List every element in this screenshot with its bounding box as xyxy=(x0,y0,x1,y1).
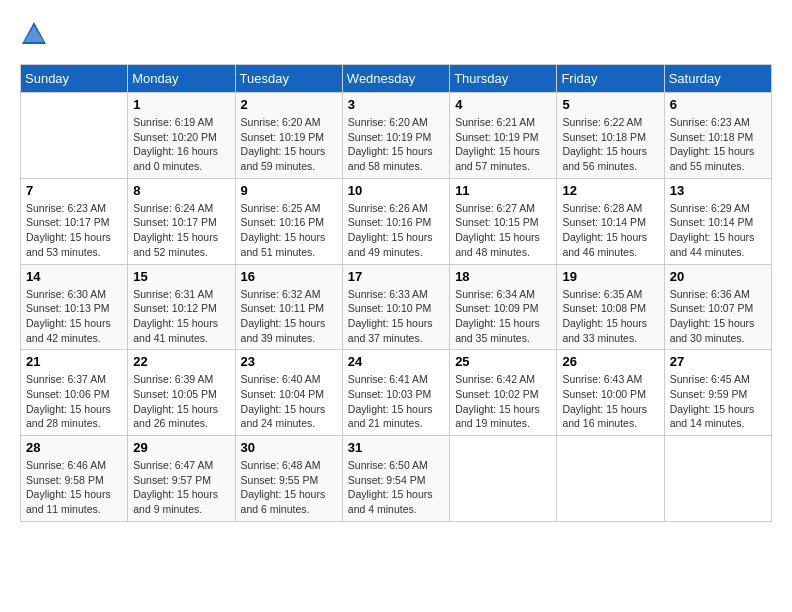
day-number: 10 xyxy=(348,183,444,198)
calendar-week-5: 28 Sunrise: 6:46 AMSunset: 9:58 PMDaylig… xyxy=(21,436,772,522)
calendar-cell: 11 Sunrise: 6:27 AMSunset: 10:15 PMDayli… xyxy=(450,178,557,264)
day-number: 5 xyxy=(562,97,658,112)
col-header-monday: Monday xyxy=(128,65,235,93)
day-number: 18 xyxy=(455,269,551,284)
page-header xyxy=(20,20,772,48)
day-info: Sunrise: 6:34 AMSunset: 10:09 PMDaylight… xyxy=(455,287,551,346)
calendar-week-1: 1 Sunrise: 6:19 AMSunset: 10:20 PMDaylig… xyxy=(21,93,772,179)
day-number: 24 xyxy=(348,354,444,369)
day-info: Sunrise: 6:27 AMSunset: 10:15 PMDaylight… xyxy=(455,201,551,260)
day-info: Sunrise: 6:33 AMSunset: 10:10 PMDaylight… xyxy=(348,287,444,346)
day-number: 14 xyxy=(26,269,122,284)
day-number: 6 xyxy=(670,97,766,112)
day-number: 22 xyxy=(133,354,229,369)
calendar-table: SundayMondayTuesdayWednesdayThursdayFrid… xyxy=(20,64,772,522)
calendar-cell: 23 Sunrise: 6:40 AMSunset: 10:04 PMDayli… xyxy=(235,350,342,436)
day-number: 7 xyxy=(26,183,122,198)
calendar-cell: 5 Sunrise: 6:22 AMSunset: 10:18 PMDaylig… xyxy=(557,93,664,179)
calendar-cell: 31 Sunrise: 6:50 AMSunset: 9:54 PMDaylig… xyxy=(342,436,449,522)
day-number: 15 xyxy=(133,269,229,284)
day-info: Sunrise: 6:24 AMSunset: 10:17 PMDaylight… xyxy=(133,201,229,260)
day-info: Sunrise: 6:47 AMSunset: 9:57 PMDaylight:… xyxy=(133,458,229,517)
calendar-cell: 2 Sunrise: 6:20 AMSunset: 10:19 PMDaylig… xyxy=(235,93,342,179)
day-number: 25 xyxy=(455,354,551,369)
calendar-cell: 4 Sunrise: 6:21 AMSunset: 10:19 PMDaylig… xyxy=(450,93,557,179)
day-info: Sunrise: 6:22 AMSunset: 10:18 PMDaylight… xyxy=(562,115,658,174)
day-number: 1 xyxy=(133,97,229,112)
day-number: 20 xyxy=(670,269,766,284)
col-header-friday: Friday xyxy=(557,65,664,93)
header-row: SundayMondayTuesdayWednesdayThursdayFrid… xyxy=(21,65,772,93)
calendar-cell xyxy=(450,436,557,522)
col-header-thursday: Thursday xyxy=(450,65,557,93)
day-info: Sunrise: 6:20 AMSunset: 10:19 PMDaylight… xyxy=(241,115,337,174)
day-info: Sunrise: 6:19 AMSunset: 10:20 PMDaylight… xyxy=(133,115,229,174)
day-info: Sunrise: 6:41 AMSunset: 10:03 PMDaylight… xyxy=(348,372,444,431)
svg-marker-1 xyxy=(24,26,44,42)
col-header-wednesday: Wednesday xyxy=(342,65,449,93)
calendar-cell: 1 Sunrise: 6:19 AMSunset: 10:20 PMDaylig… xyxy=(128,93,235,179)
day-number: 30 xyxy=(241,440,337,455)
calendar-cell: 13 Sunrise: 6:29 AMSunset: 10:14 PMDayli… xyxy=(664,178,771,264)
calendar-cell: 8 Sunrise: 6:24 AMSunset: 10:17 PMDaylig… xyxy=(128,178,235,264)
col-header-saturday: Saturday xyxy=(664,65,771,93)
day-number: 12 xyxy=(562,183,658,198)
calendar-cell xyxy=(21,93,128,179)
col-header-sunday: Sunday xyxy=(21,65,128,93)
calendar-cell: 3 Sunrise: 6:20 AMSunset: 10:19 PMDaylig… xyxy=(342,93,449,179)
day-number: 9 xyxy=(241,183,337,198)
day-info: Sunrise: 6:45 AMSunset: 9:59 PMDaylight:… xyxy=(670,372,766,431)
day-info: Sunrise: 6:31 AMSunset: 10:12 PMDaylight… xyxy=(133,287,229,346)
day-info: Sunrise: 6:46 AMSunset: 9:58 PMDaylight:… xyxy=(26,458,122,517)
day-number: 23 xyxy=(241,354,337,369)
day-info: Sunrise: 6:32 AMSunset: 10:11 PMDaylight… xyxy=(241,287,337,346)
day-info: Sunrise: 6:36 AMSunset: 10:07 PMDaylight… xyxy=(670,287,766,346)
day-info: Sunrise: 6:43 AMSunset: 10:00 PMDaylight… xyxy=(562,372,658,431)
calendar-cell: 16 Sunrise: 6:32 AMSunset: 10:11 PMDayli… xyxy=(235,264,342,350)
calendar-cell: 26 Sunrise: 6:43 AMSunset: 10:00 PMDayli… xyxy=(557,350,664,436)
day-info: Sunrise: 6:21 AMSunset: 10:19 PMDaylight… xyxy=(455,115,551,174)
day-info: Sunrise: 6:23 AMSunset: 10:18 PMDaylight… xyxy=(670,115,766,174)
calendar-cell: 24 Sunrise: 6:41 AMSunset: 10:03 PMDayli… xyxy=(342,350,449,436)
day-info: Sunrise: 6:42 AMSunset: 10:02 PMDaylight… xyxy=(455,372,551,431)
calendar-cell: 28 Sunrise: 6:46 AMSunset: 9:58 PMDaylig… xyxy=(21,436,128,522)
day-info: Sunrise: 6:25 AMSunset: 10:16 PMDaylight… xyxy=(241,201,337,260)
day-number: 31 xyxy=(348,440,444,455)
calendar-cell: 10 Sunrise: 6:26 AMSunset: 10:16 PMDayli… xyxy=(342,178,449,264)
day-info: Sunrise: 6:39 AMSunset: 10:05 PMDaylight… xyxy=(133,372,229,431)
day-info: Sunrise: 6:40 AMSunset: 10:04 PMDaylight… xyxy=(241,372,337,431)
day-info: Sunrise: 6:20 AMSunset: 10:19 PMDaylight… xyxy=(348,115,444,174)
day-number: 11 xyxy=(455,183,551,198)
calendar-cell: 18 Sunrise: 6:34 AMSunset: 10:09 PMDayli… xyxy=(450,264,557,350)
calendar-cell: 17 Sunrise: 6:33 AMSunset: 10:10 PMDayli… xyxy=(342,264,449,350)
calendar-cell: 14 Sunrise: 6:30 AMSunset: 10:13 PMDayli… xyxy=(21,264,128,350)
day-info: Sunrise: 6:29 AMSunset: 10:14 PMDaylight… xyxy=(670,201,766,260)
calendar-cell: 6 Sunrise: 6:23 AMSunset: 10:18 PMDaylig… xyxy=(664,93,771,179)
day-number: 17 xyxy=(348,269,444,284)
calendar-cell: 19 Sunrise: 6:35 AMSunset: 10:08 PMDayli… xyxy=(557,264,664,350)
calendar-cell: 15 Sunrise: 6:31 AMSunset: 10:12 PMDayli… xyxy=(128,264,235,350)
calendar-cell: 12 Sunrise: 6:28 AMSunset: 10:14 PMDayli… xyxy=(557,178,664,264)
day-number: 8 xyxy=(133,183,229,198)
day-info: Sunrise: 6:26 AMSunset: 10:16 PMDaylight… xyxy=(348,201,444,260)
calendar-cell xyxy=(664,436,771,522)
calendar-cell: 9 Sunrise: 6:25 AMSunset: 10:16 PMDaylig… xyxy=(235,178,342,264)
day-number: 4 xyxy=(455,97,551,112)
day-info: Sunrise: 6:37 AMSunset: 10:06 PMDaylight… xyxy=(26,372,122,431)
day-info: Sunrise: 6:35 AMSunset: 10:08 PMDaylight… xyxy=(562,287,658,346)
day-info: Sunrise: 6:48 AMSunset: 9:55 PMDaylight:… xyxy=(241,458,337,517)
calendar-cell: 27 Sunrise: 6:45 AMSunset: 9:59 PMDaylig… xyxy=(664,350,771,436)
calendar-cell xyxy=(557,436,664,522)
calendar-week-3: 14 Sunrise: 6:30 AMSunset: 10:13 PMDayli… xyxy=(21,264,772,350)
calendar-cell: 30 Sunrise: 6:48 AMSunset: 9:55 PMDaylig… xyxy=(235,436,342,522)
calendar-cell: 29 Sunrise: 6:47 AMSunset: 9:57 PMDaylig… xyxy=(128,436,235,522)
day-number: 2 xyxy=(241,97,337,112)
day-info: Sunrise: 6:30 AMSunset: 10:13 PMDaylight… xyxy=(26,287,122,346)
calendar-week-4: 21 Sunrise: 6:37 AMSunset: 10:06 PMDayli… xyxy=(21,350,772,436)
day-number: 27 xyxy=(670,354,766,369)
col-header-tuesday: Tuesday xyxy=(235,65,342,93)
day-number: 21 xyxy=(26,354,122,369)
day-number: 13 xyxy=(670,183,766,198)
calendar-cell: 25 Sunrise: 6:42 AMSunset: 10:02 PMDayli… xyxy=(450,350,557,436)
day-info: Sunrise: 6:50 AMSunset: 9:54 PMDaylight:… xyxy=(348,458,444,517)
